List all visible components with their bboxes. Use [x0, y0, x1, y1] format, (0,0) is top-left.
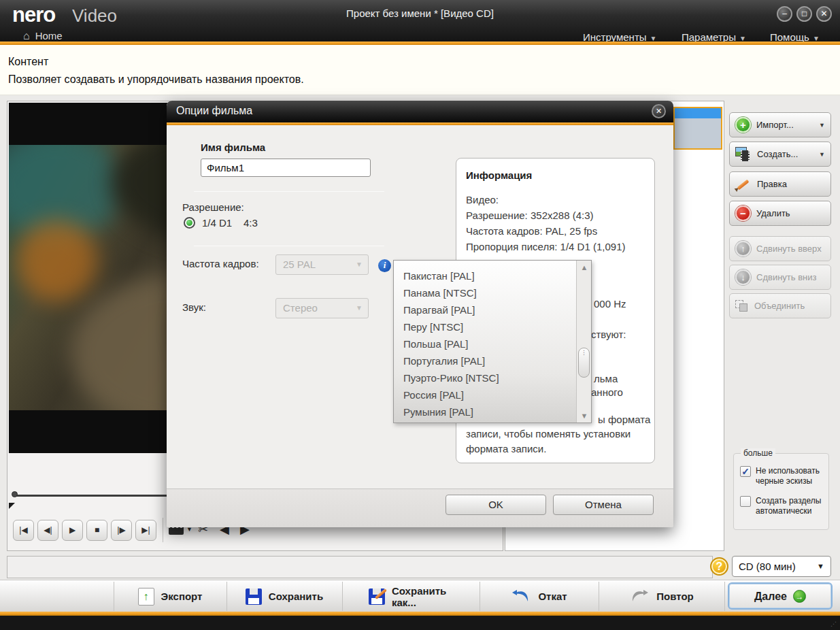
scrollbar[interactable]: ▲ ▼ ⋮ — [576, 261, 591, 422]
help-icon[interactable]: ? — [710, 557, 728, 576]
no-black-thumbnails-option[interactable]: ✓ Не использовать черные эскизы — [740, 466, 827, 486]
ok-button[interactable]: OK — [446, 495, 546, 515]
go-start-button[interactable]: |◀ — [13, 520, 34, 541]
go-end-button[interactable]: ▶| — [135, 520, 156, 541]
auto-chapters-option[interactable]: Создать разделы автоматически — [740, 496, 827, 516]
delete-label: Удалить — [756, 208, 790, 218]
list-item[interactable]: Румыния [PAL] — [394, 403, 576, 420]
resolution-value: 1/4 D1 — [202, 217, 232, 229]
auto-chapters-label: Создать разделы автоматически — [756, 496, 827, 516]
move-down-label: Сдвинуть вниз — [756, 272, 816, 282]
delete-button[interactable]: − Удалить — [729, 201, 831, 226]
resolution-radio[interactable] — [184, 217, 195, 229]
arrow-up-circle-icon: ↑ — [735, 241, 751, 256]
export-icon: ↑ — [138, 588, 154, 606]
info-icon[interactable]: i — [378, 259, 391, 272]
disc-type-select[interactable]: CD (80 мин) ▼ — [732, 556, 831, 577]
minimize-button[interactable]: – — [777, 6, 792, 22]
save-button[interactable]: Сохранить — [226, 580, 342, 612]
edit-button[interactable]: Правка — [729, 171, 831, 197]
list-item[interactable]: Польша [PAL] — [394, 335, 576, 352]
sound-label: Звук: — [182, 301, 206, 313]
redo-button[interactable]: Повтор — [599, 580, 724, 612]
create-button[interactable]: Создать... ▼ — [729, 142, 831, 167]
move-up-label: Сдвинуть вверх — [756, 244, 822, 254]
list-item[interactable]: Парагвай [PAL] — [394, 301, 576, 318]
pencil-icon — [735, 177, 752, 192]
disc-type-value: CD (80 мин) — [739, 561, 796, 572]
info-footer-line: формата записи. — [466, 443, 546, 454]
home-icon: ⌂ — [23, 30, 30, 42]
export-label: Экспорт — [161, 591, 203, 602]
resize-grip[interactable]: ⋰ — [830, 620, 837, 627]
movie-options-dialog: Опции фильма ✕ Имя фильма Фильм1 Разреше… — [167, 101, 673, 527]
chevron-down-icon: ▼ — [817, 557, 824, 576]
info-footer-line: записи, чтобы поменять установки — [466, 428, 631, 440]
merge-label: Объединить — [754, 301, 805, 311]
import-label: Импорт... — [756, 120, 794, 130]
seek-handle[interactable] — [12, 491, 18, 497]
home-label: Home — [35, 30, 63, 42]
info-fragment: анного — [591, 386, 623, 398]
status-bar: ⋰ — [0, 616, 840, 630]
frame-back-button[interactable]: ◀| — [37, 520, 58, 541]
dialog-accent-line — [167, 122, 673, 125]
resolution-label: Разрешение: — [182, 201, 244, 213]
info-line-pixelratio: Пропорция писеля: 1/4 D1 (1,091) — [466, 241, 625, 252]
save-as-label: Сохранить как... — [392, 585, 453, 608]
capacity-bar — [7, 556, 713, 578]
next-button[interactable]: Далее → — [728, 582, 833, 610]
video-highlight-orange — [16, 220, 97, 301]
selected-title-thumbnail[interactable] — [673, 107, 722, 150]
save-as-button[interactable]: Сохранить как... — [342, 580, 480, 612]
dialog-title-bar[interactable]: Опции фильма ✕ — [167, 101, 673, 122]
merge-button[interactable]: Объединить — [729, 293, 831, 318]
list-item[interactable]: Пуэрто-Рико [NTSC] — [394, 369, 576, 386]
dialog-close-button[interactable]: ✕ — [652, 104, 666, 118]
next-label: Далее — [754, 591, 787, 602]
page-title: Контент — [8, 56, 48, 68]
info-fragment: ы формата — [598, 414, 650, 425]
list-item[interactable]: Перу [NTSC] — [394, 318, 576, 335]
edit-label: Правка — [757, 179, 787, 189]
close-button[interactable]: ✕ — [816, 6, 832, 22]
scrollbar-thumb[interactable]: ⋮ — [578, 348, 590, 378]
minus-circle-icon: − — [735, 205, 751, 221]
divider — [724, 582, 725, 611]
sound-select[interactable]: Стерео ▼ — [275, 298, 369, 318]
save-label: Сохранить — [269, 591, 323, 602]
checkbox-checked-icon[interactable]: ✓ — [740, 466, 751, 477]
import-button[interactable]: + Импорт... ▼ — [729, 112, 831, 137]
redo-arrow-icon — [629, 588, 650, 606]
export-button[interactable]: ↑ Экспорт — [114, 580, 226, 612]
movie-name-label: Имя фильма — [201, 142, 265, 153]
home-nav[interactable]: ⌂Home — [23, 30, 63, 42]
list-item[interactable]: Россия [PAL] — [394, 386, 576, 403]
scroll-down-icon[interactable]: ▼ — [577, 412, 592, 420]
stop-button[interactable]: ■ — [86, 520, 107, 541]
move-up-button[interactable]: ↑ Сдвинуть вверх — [729, 236, 831, 261]
dialog-title: Опции фильма — [176, 105, 252, 117]
merge-objects-icon — [735, 300, 749, 312]
list-item[interactable]: Португалия [PAL] — [394, 352, 576, 369]
frame-fwd-button[interactable]: |▶ — [111, 520, 132, 541]
radio-dot-icon — [186, 220, 192, 226]
framerate-select[interactable]: 25 PAL ▼ — [275, 254, 369, 275]
play-button[interactable]: ▶ — [62, 520, 83, 541]
nero-video-window: nero Video Проект без имени * [Видео CD]… — [0, 0, 840, 630]
floppy-pencil-icon — [369, 588, 385, 605]
maximize-button[interactable]: □ — [796, 6, 812, 22]
list-item[interactable]: Пакистан [PAL] — [394, 267, 576, 284]
more-options-group: больше ✓ Не использовать черные эскизы С… — [733, 453, 829, 530]
arrow-down-circle-icon: ↓ — [735, 269, 751, 285]
more-group-legend: больше — [741, 448, 775, 458]
checkbox-unchecked-icon[interactable] — [740, 496, 751, 507]
undo-arrow-icon — [511, 588, 531, 606]
list-item[interactable]: Панама [NTSC] — [394, 284, 576, 301]
scroll-up-icon[interactable]: ▲ — [577, 263, 592, 271]
undo-button[interactable]: Откат — [480, 580, 599, 612]
cancel-button[interactable]: Отмена — [553, 495, 654, 515]
move-down-button[interactable]: ↓ Сдвинуть вниз — [729, 265, 831, 290]
position-marker[interactable] — [9, 503, 15, 509]
movie-name-input[interactable]: Фильм1 — [201, 159, 371, 177]
